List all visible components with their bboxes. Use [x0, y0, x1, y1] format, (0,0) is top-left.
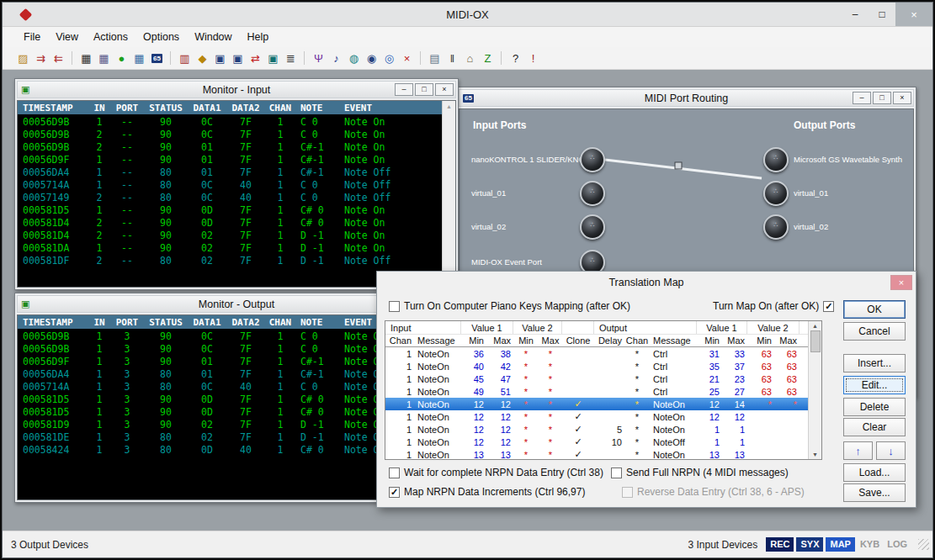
- help-icon[interactable]: ?: [507, 50, 524, 67]
- abort-icon[interactable]: ×: [398, 50, 416, 67]
- checkbox[interactable]: [611, 468, 622, 478]
- translation-map-row[interactable]: 1NoteOn3638***Ctrl31336363: [385, 347, 808, 360]
- menu-view[interactable]: View: [48, 27, 86, 47]
- status-indicator-syx[interactable]: SYX: [796, 537, 823, 552]
- monitor-input-title-bar[interactable]: ▣ Monitor - Input – □ ×: [17, 81, 456, 98]
- pause-icon[interactable]: ‖: [444, 50, 461, 67]
- midi-event-row[interactable]: 000581DA1--90027F1D -1Note On: [18, 241, 442, 254]
- move-down-button[interactable]: ↓: [876, 441, 906, 460]
- save-button[interactable]: Save...: [843, 483, 906, 502]
- scroll-up-icon[interactable]: ▲: [446, 103, 452, 109]
- play-indicator-icon[interactable]: ●: [113, 50, 130, 67]
- close-button[interactable]: ×: [895, 3, 932, 26]
- about-icon[interactable]: !: [524, 50, 542, 67]
- midi-connector-icon[interactable]: [580, 214, 605, 240]
- actions-icon[interactable]: Z: [479, 50, 497, 67]
- midi-event-row[interactable]: 000581D42--90027F1D -1Note On: [18, 229, 442, 241]
- midi-connector-icon[interactable]: [763, 181, 789, 206]
- move-up-button[interactable]: ↑: [843, 441, 873, 460]
- menu-file[interactable]: File: [16, 27, 48, 47]
- checkbox[interactable]: [389, 468, 400, 478]
- midi-connector-icon[interactable]: [580, 181, 605, 206]
- midi-event-row[interactable]: 00056D9B2--900C7F1C 0Note On: [18, 128, 442, 140]
- routing-title-bar[interactable]: 65 MIDI Port Routing – □ ×: [459, 89, 914, 107]
- monitor-input-icon[interactable]: ▣: [211, 50, 229, 67]
- status-indicator-kyb[interactable]: KYB: [858, 537, 882, 552]
- menu-window[interactable]: Window: [187, 27, 239, 47]
- clear-button[interactable]: Clear: [843, 418, 906, 436]
- send-midi-file-icon[interactable]: ⇉: [32, 50, 50, 67]
- monitor-output-icon[interactable]: ▣: [229, 50, 247, 67]
- monitor-input-minimize-button[interactable]: –: [395, 83, 413, 96]
- edit-tool-icon[interactable]: ◆: [194, 50, 211, 67]
- routing-minimize-button[interactable]: –: [853, 92, 871, 104]
- menu-options[interactable]: Options: [135, 27, 187, 47]
- bank-select-icon[interactable]: 65: [148, 50, 166, 67]
- translation-map-row[interactable]: 1NoteOn1212**✓*NoteOn1212: [385, 410, 808, 423]
- receive-midi-file-icon[interactable]: ⇇: [50, 50, 67, 67]
- monitor-input-maximize-button[interactable]: □: [415, 83, 433, 96]
- data-globe-icon[interactable]: ◎: [380, 50, 398, 67]
- resize-grip[interactable]: [918, 539, 929, 550]
- ok-button[interactable]: OK: [843, 300, 906, 319]
- midi-event-row[interactable]: 000581D42--900D7F1C# 0Note On: [18, 216, 442, 229]
- status-indicator-rec[interactable]: REC: [766, 537, 794, 552]
- maximize-button[interactable]: □: [869, 3, 895, 26]
- midi-event-row[interactable]: 00056D9B1--900C7F1C 0Note On: [18, 115, 442, 128]
- world-ports-icon[interactable]: ◍: [345, 50, 363, 67]
- translation-title-bar[interactable]: Translation Map ×: [377, 272, 916, 293]
- menu-help[interactable]: Help: [240, 27, 277, 47]
- note-mapper-icon[interactable]: ♪: [327, 50, 345, 67]
- translation-table-scrollbar[interactable]: ▲ ▼: [808, 321, 821, 459]
- translation-map-row[interactable]: 1NoteOn1212**✓*NoteOn1214**: [385, 398, 808, 410]
- title-bar[interactable]: MIDI-OX – □ ×: [3, 3, 932, 27]
- translation-map-row[interactable]: 1NoteOn4042***Ctrl35376363: [385, 360, 808, 372]
- open-file-icon[interactable]: ▨: [14, 50, 32, 67]
- patch-map-icon[interactable]: ▥: [176, 50, 194, 67]
- event-grid-icon[interactable]: ▦: [130, 50, 148, 67]
- key-list-icon[interactable]: ≣: [282, 50, 300, 67]
- piano-keys-mapping-checkbox[interactable]: [389, 301, 400, 312]
- midi-event-row[interactable]: 00056D9B2--90017F1C#-1Note On: [18, 140, 442, 153]
- delete-button[interactable]: Delete: [843, 398, 906, 416]
- sysex-icon[interactable]: ◉: [363, 50, 380, 67]
- midi-event-row[interactable]: 0005714A1--800C401C 0Note Off: [18, 178, 442, 191]
- menu-actions[interactable]: Actions: [86, 27, 135, 47]
- monitor-input-scrollbar[interactable]: ▲ ▼: [442, 101, 455, 287]
- midi-event-row[interactable]: 000571492--800C401C 0Note Off: [18, 191, 442, 203]
- piano-keyboard-icon[interactable]: ▦: [77, 50, 95, 67]
- midi-event-row[interactable]: 00056DA41--80017F1C#-1Note Off: [18, 166, 442, 178]
- translation-map-row[interactable]: 1NoteOn1212**✓5*NoteOn11: [385, 423, 808, 436]
- scope-display-icon[interactable]: ▣: [264, 50, 282, 67]
- routing-close-button[interactable]: ×: [893, 92, 911, 104]
- midi-connector-icon[interactable]: [580, 147, 605, 172]
- minimize-button[interactable]: –: [842, 3, 869, 26]
- keyboard-map-icon[interactable]: ▦: [95, 50, 113, 67]
- translation-close-button[interactable]: ×: [890, 275, 912, 290]
- checkbox[interactable]: ✓: [389, 487, 400, 498]
- status-indicator-log[interactable]: LOG: [885, 537, 910, 552]
- scrollbar-thumb[interactable]: [810, 330, 821, 352]
- midi-event-row[interactable]: 000581D51--900D7F1C# 0Note On: [18, 203, 442, 216]
- translation-map-row[interactable]: 1NoteOn4547***Ctrl21236363: [385, 372, 808, 385]
- midi-event-row[interactable]: 00056D9F1--90017F1C#-1Note On: [18, 153, 442, 166]
- midi-connector-icon[interactable]: [763, 214, 789, 240]
- translation-map-row[interactable]: 1NoteOn1313**✓*NoteOn1313: [385, 448, 808, 459]
- port-routing-icon[interactable]: ⇄: [247, 50, 264, 67]
- routing-maximize-button[interactable]: □: [873, 92, 891, 104]
- turn-map-on-checkbox[interactable]: ✓: [823, 301, 834, 312]
- monitor-input-close-button[interactable]: ×: [435, 83, 454, 96]
- translation-map-row[interactable]: 1NoteOn4951***Ctrl25276363: [385, 385, 808, 398]
- insert-button[interactable]: Insert...: [843, 354, 906, 372]
- midi-connector-icon[interactable]: [763, 147, 789, 172]
- scroll-down-icon[interactable]: ▼: [812, 452, 818, 457]
- copy-icon[interactable]: ▤: [426, 50, 444, 67]
- scroll-up-icon[interactable]: ▲: [812, 323, 818, 329]
- checkbox[interactable]: [622, 487, 633, 498]
- load-button[interactable]: Load...: [843, 463, 906, 482]
- tuner-icon[interactable]: Ψ: [310, 50, 327, 67]
- midi-event-row[interactable]: 000581DF2--80027F1D -1Note Off: [18, 254, 442, 267]
- edit-button[interactable]: Edit...: [843, 376, 906, 394]
- instrument-icon[interactable]: ⌂: [461, 50, 479, 67]
- status-indicator-map[interactable]: MAP: [826, 537, 854, 552]
